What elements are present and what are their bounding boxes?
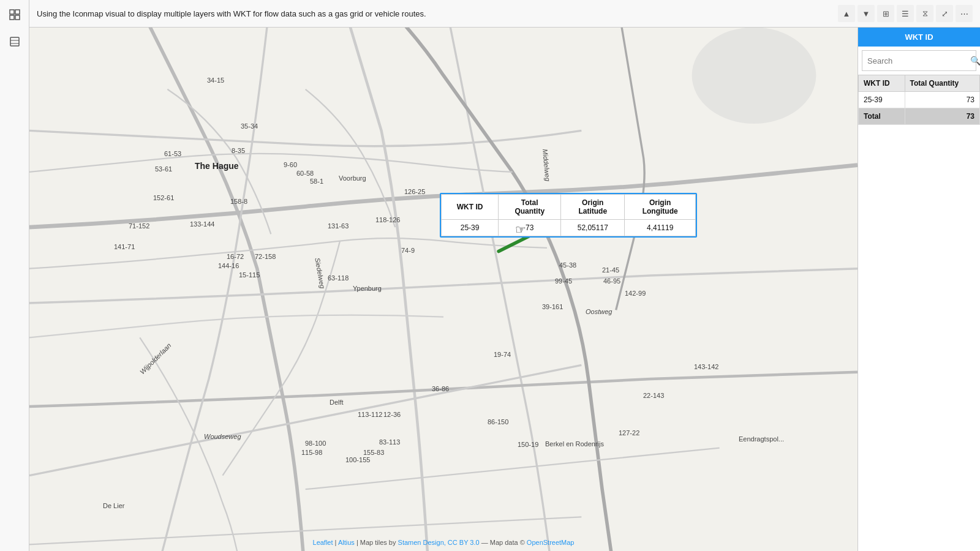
leaflet-link[interactable]: Leaflet — [313, 539, 333, 546]
col-header-wkt-id: WKT ID — [859, 75, 905, 92]
tooltip-col-total-qty: TotalQuantity — [499, 195, 561, 220]
left-sidebar — [0, 0, 29, 551]
description-text: Using the Iconmap visual to display mult… — [37, 9, 833, 18]
up-button[interactable]: ▲ — [838, 5, 855, 22]
svg-rect-0 — [10, 10, 14, 14]
cell-wkt-id-25-39: 25-39 — [859, 92, 905, 108]
top-bar: Using the Iconmap visual to display mult… — [29, 0, 980, 28]
right-panel-title: WKT ID — [858, 28, 980, 47]
layers-icon[interactable] — [5, 32, 24, 51]
grid-icon[interactable] — [5, 5, 24, 24]
cell-total-value: 73 — [905, 108, 980, 125]
tooltip-col-wkt-id: WKT ID — [442, 195, 499, 220]
grid-view-button[interactable]: ⊞ — [877, 5, 894, 22]
tooltip-table: WKT ID TotalQuantity OriginLatitude Orig… — [441, 194, 696, 236]
cell-total-qty-25-39: 73 — [905, 92, 980, 108]
list-view-button[interactable]: ☰ — [897, 5, 914, 22]
svg-point-8 — [692, 28, 816, 124]
osm-link[interactable]: OpenStreetMap — [527, 539, 575, 546]
map-attribution: Leaflet | Altius | Map tiles by Stamen D… — [313, 539, 575, 546]
search-box[interactable]: 🔍 ⇅ — [862, 50, 976, 71]
right-panel-table: WKT ID Total Quantity 25-39 73 Total 73 — [858, 75, 980, 125]
svg-rect-3 — [15, 15, 20, 20]
cell-total-label: Total — [859, 108, 905, 125]
right-panel: WKT ID 🔍 ⇅ WKT ID Total Quantity 25-39 7… — [858, 28, 980, 551]
map-tooltip: WKT ID TotalQuantity OriginLatitude Orig… — [440, 193, 697, 238]
toolbar-icons: ▲ ▼ ⊞ ☰ ⧖ ⤢ ⋯ — [838, 5, 973, 22]
map-container[interactable]: The Hague 34-15 35-34 8-35 61-53 53-61 9… — [29, 28, 858, 551]
stamen-link[interactable]: Stamen Design, CC BY 3.0 — [398, 539, 480, 546]
filter-button[interactable]: ⧖ — [916, 5, 933, 22]
main-area: Using the Iconmap visual to display mult… — [29, 0, 980, 551]
more-options-button[interactable]: ⋯ — [956, 5, 973, 22]
table-row-total: Total 73 — [859, 108, 980, 125]
tooltip-col-origin-lon: OriginLongitude — [625, 195, 696, 220]
table-row-25-39: 25-39 73 — [859, 92, 980, 108]
search-input[interactable] — [867, 56, 970, 66]
tooltip-row-1: 25-39 73 52,05117 4,41119 — [442, 220, 696, 236]
col-header-total-qty: Total Quantity — [905, 75, 980, 92]
tooltip-origin-lat-value: 52,05117 — [561, 220, 625, 236]
fullscreen-button[interactable]: ⤢ — [936, 5, 953, 22]
svg-rect-1 — [15, 10, 20, 14]
search-icon: 🔍 — [970, 56, 980, 66]
tooltip-total-qty-value: 73 — [499, 220, 561, 236]
tooltip-wkt-id-value: 25-39 — [442, 220, 499, 236]
content-area: The Hague 34-15 35-34 8-35 61-53 53-61 9… — [29, 28, 980, 551]
tooltip-origin-lon-value: 4,41119 — [625, 220, 696, 236]
tooltip-col-origin-lat: OriginLatitude — [561, 195, 625, 220]
svg-rect-2 — [10, 15, 14, 20]
altius-link[interactable]: Altius — [338, 539, 355, 546]
svg-rect-4 — [10, 37, 19, 46]
map-svg — [29, 28, 858, 551]
down-button[interactable]: ▼ — [858, 5, 875, 22]
